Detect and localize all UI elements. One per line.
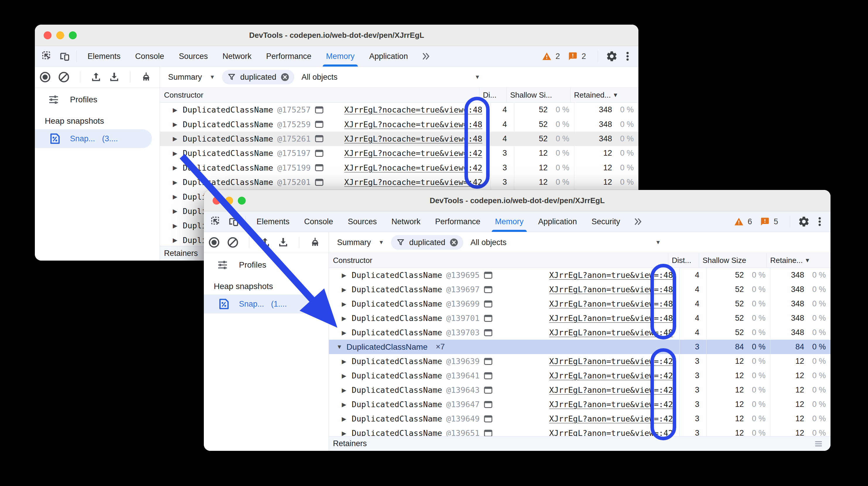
source-link[interactable]: XJrrEgL?anon=true&view=:48 (549, 314, 679, 323)
save-profile-icon[interactable] (259, 236, 271, 248)
settings-gear-icon[interactable] (606, 50, 618, 62)
expand-arrow-icon[interactable]: ▶ (342, 315, 352, 322)
tab-elements[interactable]: Elements (249, 211, 297, 232)
tab-performance[interactable]: Performance (259, 46, 319, 66)
table-row[interactable]: ▶ DuplicatedClassName @175201 XJrrEgL?no… (160, 175, 639, 189)
reveal-in-window-icon[interactable] (484, 358, 493, 365)
settings-gear-icon[interactable] (798, 216, 810, 228)
expand-arrow-icon[interactable]: ▶ (173, 193, 183, 200)
tab-sources[interactable]: Sources (341, 211, 384, 232)
snapshot-item-selected[interactable]: Snap... (3.... (35, 129, 152, 148)
table-row[interactable]: ▶ DuplicatedClassName @139703 XJrrEgL?an… (329, 325, 831, 340)
source-link[interactable]: XJrrEgL?anon=true&view=:42 (549, 371, 679, 380)
tab-network[interactable]: Network (215, 46, 259, 66)
reveal-in-window-icon[interactable] (484, 386, 493, 394)
warnings-icon[interactable] (734, 217, 744, 226)
drag-handle-icon[interactable] (813, 439, 824, 449)
tab-network[interactable]: Network (384, 211, 428, 232)
expand-arrow-icon[interactable]: ▶ (173, 207, 183, 215)
kebab-menu-icon[interactable] (814, 216, 825, 227)
titlebar[interactable]: DevTools - codepen.io/web-dot-dev/pen/XJ… (204, 190, 831, 211)
reveal-in-window-icon[interactable] (315, 120, 323, 128)
snapshot-item-selected[interactable]: Snap... (1.... (204, 294, 321, 313)
source-link[interactable]: XJrrEgL?nocache=true&view=:48 (344, 134, 491, 143)
table-row[interactable]: ▶ DuplicatedClassName @139647 XJrrEgL?an… (329, 397, 831, 411)
source-link[interactable]: XJrrEgL?anon=true&view=:48 (549, 285, 679, 294)
tab-application[interactable]: Application (531, 211, 584, 232)
table-row[interactable]: ▶ DuplicatedClassName @175199 XJrrEgL?no… (160, 161, 639, 175)
perspective-select[interactable]: Summary▼ (337, 238, 384, 247)
issues-icon[interactable] (760, 217, 770, 226)
issues-icon[interactable] (568, 52, 578, 61)
column-header-shallow-size[interactable]: Shallow Size (699, 253, 766, 268)
reveal-in-window-icon[interactable] (484, 271, 493, 279)
expand-arrow-icon[interactable]: ▶ (342, 372, 352, 379)
clear-all-profiles-icon[interactable] (227, 236, 239, 249)
class-filter[interactable]: duplicated (222, 70, 294, 84)
source-link[interactable]: XJrrEgL?nocache=true&view=:42 (344, 178, 491, 187)
objects-scope-select[interactable]: All objects▼ (301, 73, 480, 82)
inspect-element-icon[interactable] (41, 50, 53, 62)
expand-arrow-icon[interactable]: ▶ (173, 106, 183, 113)
clear-view-brush-icon[interactable] (140, 71, 152, 83)
source-link[interactable]: XJrrEgL?anon=true&view=:42 (549, 385, 679, 395)
table-row[interactable]: ▶ DuplicatedClassName @139695 XJrrEgL?an… (329, 268, 831, 282)
tab-console[interactable]: Console (297, 211, 341, 232)
reveal-in-window-icon[interactable] (315, 106, 323, 114)
reveal-in-window-icon[interactable] (315, 149, 323, 157)
expand-arrow-icon[interactable]: ▶ (173, 150, 183, 157)
tab-console[interactable]: Console (128, 46, 172, 66)
tab-sources[interactable]: Sources (172, 46, 215, 66)
objects-scope-select[interactable]: All objects▼ (470, 238, 661, 247)
tab-memory[interactable]: Memory (319, 46, 362, 66)
table-row[interactable]: ▶ DuplicatedClassName @139649 XJrrEgL?an… (329, 411, 831, 426)
source-link[interactable]: XJrrEgL?nocache=true&view=:42 (344, 163, 491, 172)
reveal-in-window-icon[interactable] (484, 315, 493, 322)
close-button[interactable] (43, 31, 52, 39)
reveal-in-window-icon[interactable] (484, 286, 493, 293)
record-heap-snapshot-icon[interactable] (208, 236, 220, 249)
expand-arrow-icon[interactable]: ▶ (342, 430, 352, 437)
titlebar[interactable]: DevTools - codepen.io/web-dot-dev/pen/XJ… (35, 25, 639, 46)
expand-arrow-icon[interactable]: ▶ (342, 387, 352, 394)
table-row[interactable]: ▶ DuplicatedClassName @139701 XJrrEgL?an… (329, 311, 831, 325)
expand-arrow-icon[interactable]: ▶ (173, 164, 183, 171)
source-link[interactable]: XJrrEgL?anon=true&view=:48 (549, 299, 679, 308)
expand-arrow-icon[interactable]: ▶ (173, 222, 183, 229)
table-row[interactable]: ▶ DuplicatedClassName @175261 XJrrEgL?no… (160, 132, 639, 146)
clear-view-brush-icon[interactable] (309, 236, 321, 248)
table-row[interactable]: ▶ DuplicatedClassName @139697 XJrrEgL?an… (329, 282, 831, 297)
warnings-icon[interactable] (542, 52, 552, 61)
column-header-constructor[interactable]: Constructor (329, 256, 668, 265)
source-link[interactable]: XJrrEgL?nocache=true&view=:42 (344, 149, 491, 158)
tab-performance[interactable]: Performance (428, 211, 488, 232)
zoom-button[interactable] (69, 31, 77, 39)
expand-arrow-icon[interactable]: ▶ (173, 179, 183, 186)
tab-application[interactable]: Application (362, 46, 415, 66)
table-row[interactable]: ▶ DuplicatedClassName @139641 XJrrEgL?an… (329, 368, 831, 383)
load-profile-icon[interactable] (277, 236, 289, 248)
source-link[interactable]: XJrrEgL?anon=true&view=:42 (549, 357, 679, 366)
reveal-in-window-icon[interactable] (484, 372, 493, 380)
tab-elements[interactable]: Elements (80, 46, 128, 66)
expand-arrow-icon[interactable]: ▶ (342, 329, 352, 336)
source-link[interactable]: XJrrEgL?anon=true&view=:42 (549, 400, 679, 409)
expand-arrow-icon[interactable]: ▶ (342, 272, 352, 279)
reveal-in-window-icon[interactable] (484, 401, 493, 408)
table-row[interactable]: ▶ DuplicatedClassName @175257 XJrrEgL?no… (160, 103, 639, 117)
tab-memory[interactable]: Memory (488, 211, 531, 232)
expand-arrow-icon[interactable]: ▶ (342, 401, 352, 408)
reveal-in-window-icon[interactable] (484, 329, 493, 337)
tab-security[interactable]: Security (584, 211, 627, 232)
column-header-shallow-size[interactable]: Shallow Si... (506, 88, 570, 102)
column-header-distance[interactable]: Di... (479, 88, 506, 102)
zoom-button[interactable] (238, 197, 246, 205)
table-row[interactable]: ▶ DuplicatedClassName @175259 XJrrEgL?no… (160, 117, 639, 131)
expand-arrow-icon[interactable]: ▶ (173, 236, 183, 244)
source-link[interactable]: XJrrEgL?nocache=true&view=:48 (344, 105, 491, 114)
table-row[interactable]: ▶ DuplicatedClassName @139639 XJrrEgL?an… (329, 354, 831, 368)
expand-arrow-icon[interactable]: ▶ (342, 301, 352, 308)
source-link[interactable]: XJrrEgL?anon=true&view=:48 (549, 270, 679, 280)
reveal-in-window-icon[interactable] (315, 178, 323, 186)
clear-filter-icon[interactable] (449, 238, 459, 247)
